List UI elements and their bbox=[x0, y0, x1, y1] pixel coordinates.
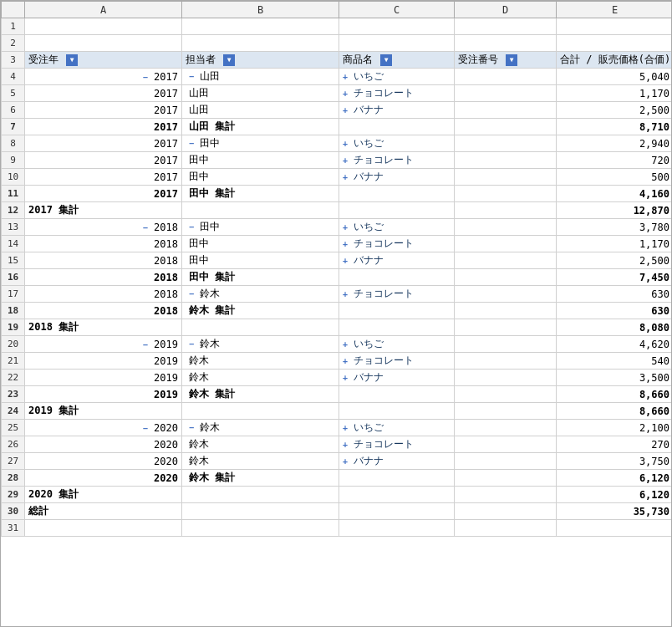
cell-31-c[interactable] bbox=[339, 520, 455, 537]
pivot-header-d[interactable]: 受注番号 ▼ bbox=[455, 52, 557, 69]
cell-25-b[interactable]: − 鈴木 bbox=[182, 420, 339, 436]
col-header-d[interactable]: D bbox=[455, 2, 557, 18]
cell-18-a[interactable]: 2018 bbox=[25, 303, 182, 319]
expand-icon-c-6[interactable]: + bbox=[343, 105, 348, 115]
cell-4-a[interactable]: − 2017 bbox=[25, 69, 182, 85]
cell-29-e[interactable]: 6,120 bbox=[557, 487, 673, 503]
cell-14-a[interactable]: 2018 bbox=[25, 236, 182, 252]
expand-icon-c-14[interactable]: + bbox=[343, 239, 348, 248]
cell-4-d[interactable] bbox=[455, 69, 557, 85]
collapse-icon-a-25[interactable]: − bbox=[143, 424, 148, 433]
cell-27-c[interactable]: + バナナ bbox=[339, 453, 455, 470]
pivot-header-c[interactable]: 商品名 ▼ bbox=[339, 52, 455, 69]
cell-30-d[interactable] bbox=[455, 503, 557, 520]
expand-icon-c-20[interactable]: + bbox=[343, 339, 348, 349]
cell-29-a[interactable]: 2020 集計 bbox=[25, 487, 182, 503]
cell-21-e[interactable]: 540 bbox=[557, 353, 673, 370]
cell-17-a[interactable]: 2018 bbox=[25, 286, 182, 303]
cell-27-e[interactable]: 3,750 bbox=[557, 453, 673, 470]
cell-17-c[interactable]: + チョコレート bbox=[339, 286, 455, 303]
cell-20-e[interactable]: 4,620 bbox=[557, 336, 673, 353]
cell-19-b[interactable] bbox=[182, 319, 339, 336]
cell-1a[interactable] bbox=[25, 18, 182, 35]
cell-13-d[interactable] bbox=[455, 219, 557, 236]
cell-28-d[interactable] bbox=[455, 470, 557, 487]
cell-10-b[interactable]: 田中 bbox=[182, 169, 339, 186]
cell-5-b[interactable]: 山田 bbox=[182, 85, 339, 102]
cell-14-d[interactable] bbox=[455, 236, 557, 252]
pivot-header-c-dropdown[interactable]: ▼ bbox=[380, 54, 392, 66]
cell-12-a[interactable]: 2017 集計 bbox=[25, 202, 182, 219]
cell-8-e[interactable]: 2,940 bbox=[557, 135, 673, 152]
cell-22-a[interactable]: 2019 bbox=[25, 370, 182, 386]
cell-8-a[interactable]: 2017 bbox=[25, 135, 182, 152]
expand-icon-c-25[interactable]: + bbox=[343, 423, 348, 432]
collapse-icon-b-13[interactable]: − bbox=[189, 222, 194, 232]
cell-16-c[interactable] bbox=[339, 269, 455, 286]
cell-6-c[interactable]: + バナナ bbox=[339, 102, 455, 119]
cell-25-e[interactable]: 2,100 bbox=[557, 420, 673, 436]
cell-16-a[interactable]: 2018 bbox=[25, 269, 182, 286]
cell-23-c[interactable] bbox=[339, 386, 455, 403]
cell-19-a[interactable]: 2018 集計 bbox=[25, 319, 182, 336]
expand-icon-c-4[interactable]: + bbox=[343, 72, 348, 81]
cell-15-a[interactable]: 2018 bbox=[25, 252, 182, 269]
collapse-icon-b-8[interactable]: − bbox=[189, 139, 194, 148]
cell-11-d[interactable] bbox=[455, 186, 557, 202]
cell-4-b[interactable]: − 山田 bbox=[182, 69, 339, 85]
cell-23-b[interactable]: 鈴木 集計 bbox=[182, 386, 339, 403]
cell-14-b[interactable]: 田中 bbox=[182, 236, 339, 252]
cell-9-c[interactable]: + チョコレート bbox=[339, 152, 455, 169]
cell-7-a[interactable]: 2017 bbox=[25, 119, 182, 135]
cell-7-e[interactable]: 8,710 bbox=[557, 119, 673, 135]
cell-22-d[interactable] bbox=[455, 370, 557, 386]
cell-30-b[interactable] bbox=[182, 503, 339, 520]
cell-8-c[interactable]: + いちご bbox=[339, 135, 455, 152]
cell-20-a[interactable]: − 2019 bbox=[25, 336, 182, 353]
cell-8-d[interactable] bbox=[455, 135, 557, 152]
cell-12-d[interactable] bbox=[455, 202, 557, 219]
collapse-icon-a-20[interactable]: − bbox=[143, 340, 148, 349]
cell-5-d[interactable] bbox=[455, 85, 557, 102]
cell-23-d[interactable] bbox=[455, 386, 557, 403]
cell-1b[interactable] bbox=[182, 18, 339, 35]
collapse-icon-b-17[interactable]: − bbox=[189, 289, 194, 298]
cell-2d[interactable] bbox=[455, 35, 557, 52]
cell-2c[interactable] bbox=[339, 35, 455, 52]
expand-icon-c-9[interactable]: + bbox=[343, 155, 348, 165]
cell-29-c[interactable] bbox=[339, 487, 455, 503]
col-header-b[interactable]: B bbox=[182, 2, 339, 18]
cell-24-c[interactable] bbox=[339, 403, 455, 420]
cell-24-d[interactable] bbox=[455, 403, 557, 420]
cell-24-e[interactable]: 8,660 bbox=[557, 403, 673, 420]
cell-16-d[interactable] bbox=[455, 269, 557, 286]
cell-6-a[interactable]: 2017 bbox=[25, 102, 182, 119]
cell-15-e[interactable]: 2,500 bbox=[557, 252, 673, 269]
cell-21-a[interactable]: 2019 bbox=[25, 353, 182, 370]
cell-20-c[interactable]: + いちご bbox=[339, 336, 455, 353]
cell-26-a[interactable]: 2020 bbox=[25, 436, 182, 453]
cell-17-b[interactable]: − 鈴木 bbox=[182, 286, 339, 303]
cell-26-e[interactable]: 270 bbox=[557, 436, 673, 453]
expand-icon-c-15[interactable]: + bbox=[343, 256, 348, 265]
expand-icon-c-26[interactable]: + bbox=[343, 440, 348, 449]
cell-28-a[interactable]: 2020 bbox=[25, 470, 182, 487]
cell-11-e[interactable]: 4,160 bbox=[557, 186, 673, 202]
cell-15-c[interactable]: + バナナ bbox=[339, 252, 455, 269]
expand-icon-c-27[interactable]: + bbox=[343, 456, 348, 466]
collapse-icon-a-4[interactable]: − bbox=[143, 73, 148, 82]
collapse-icon-b-4[interactable]: − bbox=[189, 72, 194, 81]
cell-11-a[interactable]: 2017 bbox=[25, 186, 182, 202]
cell-7-d[interactable] bbox=[455, 119, 557, 135]
cell-18-d[interactable] bbox=[455, 303, 557, 319]
cell-5-a[interactable]: 2017 bbox=[25, 85, 182, 102]
collapse-icon-a-13[interactable]: − bbox=[143, 223, 148, 232]
cell-31-a[interactable] bbox=[25, 520, 182, 537]
cell-15-b[interactable]: 田中 bbox=[182, 252, 339, 269]
pivot-header-d-dropdown[interactable]: ▼ bbox=[506, 54, 517, 66]
cell-13-c[interactable]: + いちご bbox=[339, 219, 455, 236]
cell-14-c[interactable]: + チョコレート bbox=[339, 236, 455, 252]
cell-13-a[interactable]: − 2018 bbox=[25, 219, 182, 236]
cell-23-a[interactable]: 2019 bbox=[25, 386, 182, 403]
cell-31-d[interactable] bbox=[455, 520, 557, 537]
